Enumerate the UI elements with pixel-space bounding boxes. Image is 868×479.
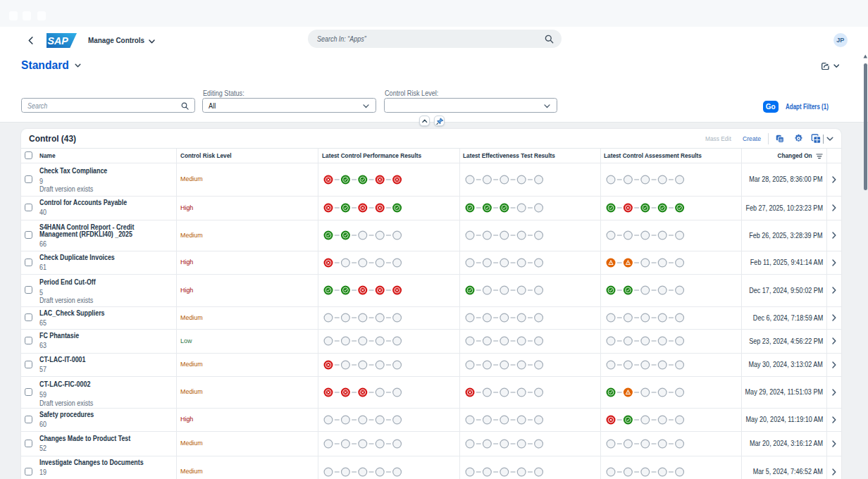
svg-text:SAP: SAP (48, 35, 69, 46)
